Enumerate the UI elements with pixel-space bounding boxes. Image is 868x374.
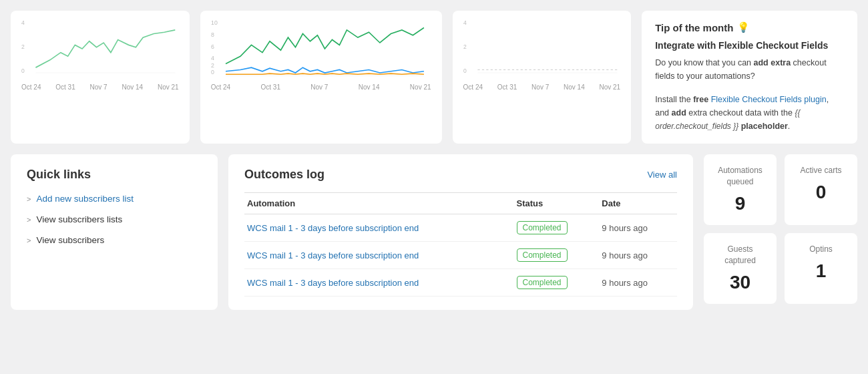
optins-value: 1 (795, 260, 847, 282)
quick-link-add-subscribers[interactable]: > Add new subscribers list (27, 194, 202, 204)
svg-text:4: 4 (463, 19, 467, 26)
stat-active-carts: Active carts 0 (785, 154, 857, 225)
guests-captured-label: Guests captured (714, 244, 766, 266)
status-cell-3: Completed (514, 269, 600, 297)
guests-captured-value: 30 (714, 272, 766, 293)
stat-automations-queued: Automations queued 9 (704, 154, 777, 225)
optins-label: Optins (795, 244, 847, 255)
tip-card: Tip of the month 💡 Integrate with Flexib… (642, 11, 857, 144)
status-cell-1: Completed (514, 214, 600, 242)
status-badge-2: Completed (517, 248, 568, 262)
svg-text:0: 0 (211, 69, 214, 75)
quick-link-view-subscribers-label: View subscribers (36, 235, 104, 245)
outcomes-table: Automation Status Date WCS mail 1 - 3 da… (244, 192, 677, 297)
tip-title-text: Tip of the month (655, 22, 733, 33)
date-cell-1: 9 hours ago (599, 214, 677, 242)
stat-optins: Optins 1 (785, 233, 857, 304)
active-carts-label: Active carts (795, 165, 847, 176)
automation-cell-2: WCS mail 1 - 3 days before subscription … (244, 242, 514, 269)
status-badge-3: Completed (517, 276, 568, 289)
chart-axis-3: Oct 24 Oct 31 Nov 7 Nov 14 Nov 21 (463, 83, 621, 91)
automation-cell-1: WCS mail 1 - 3 days before subscription … (244, 214, 514, 242)
svg-text:4: 4 (21, 19, 25, 26)
automation-link-3[interactable]: WCS mail 1 - 3 days before subscription … (247, 278, 419, 288)
svg-text:2: 2 (463, 43, 467, 50)
chart-card-3: 4 2 0 Oct 24 Oct 31 Nov 7 Nov 14 Nov 21 (453, 11, 632, 144)
quick-link-view-lists[interactable]: > View subscribers lists (27, 214, 202, 224)
bottom-row: Quick links > Add new subscribers list >… (0, 144, 868, 321)
stat-guests-captured: Guests captured 30 (704, 233, 777, 304)
quick-link-view-subscribers[interactable]: > View subscribers (27, 235, 202, 245)
automations-queued-value: 9 (714, 193, 766, 214)
stats-column: Automations queued 9 Active carts 0 Gues… (704, 154, 857, 310)
quick-link-add-subscribers-label: Add new subscribers list (36, 194, 134, 204)
charts-row: 4 2 0 Oct 24 Oct 31 Nov 7 Nov 14 Nov 21 … (0, 0, 868, 144)
automation-cell-3: WCS mail 1 - 3 days before subscription … (244, 269, 514, 297)
table-row: WCS mail 1 - 3 days before subscription … (244, 242, 677, 269)
status-cell-2: Completed (514, 242, 600, 269)
svg-text:2: 2 (21, 43, 25, 50)
svg-text:6: 6 (211, 43, 214, 50)
table-row: WCS mail 1 - 3 days before subscription … (244, 214, 677, 242)
outcomes-card: Outcomes log View all Automation Status … (228, 154, 693, 310)
automation-link-2[interactable]: WCS mail 1 - 3 days before subscription … (247, 250, 419, 260)
date-cell-2: 9 hours ago (599, 242, 677, 269)
col-automation: Automation (244, 193, 514, 214)
outcomes-table-body: WCS mail 1 - 3 days before subscription … (244, 214, 677, 297)
chart-axis-2: Oct 24 Oct 31 Nov 7 Nov 14 Nov 21 (211, 83, 431, 91)
col-date: Date (599, 193, 677, 214)
quick-links-title: Quick links (27, 168, 202, 182)
chart-card-2: 10 8 6 4 2 0 Oct 24 Oct 31 Nov 7 Nov 14 … (200, 11, 442, 144)
chart-svg-2: 10 8 6 4 2 0 (211, 19, 431, 79)
automation-link-1[interactable]: WCS mail 1 - 3 days before subscription … (247, 223, 419, 233)
col-status: Status (514, 193, 600, 214)
view-all-link[interactable]: View all (647, 170, 677, 180)
dashboard-page: 4 2 0 Oct 24 Oct 31 Nov 7 Nov 14 Nov 21 … (0, 0, 868, 374)
quick-links-card: Quick links > Add new subscribers list >… (11, 154, 218, 310)
tip-body-2: Install the free Flexible Checkout Field… (655, 93, 844, 133)
stats-row-top: Automations queued 9 Active carts 0 (704, 154, 857, 225)
chevron-right-icon-2: > (27, 216, 31, 224)
outcomes-title: Outcomes log (244, 168, 324, 182)
tip-plugin-link[interactable]: Flexible Checkout Fields plugin (711, 95, 827, 104)
chevron-right-icon: > (27, 195, 31, 203)
svg-text:10: 10 (211, 19, 218, 26)
date-cell-3: 9 hours ago (599, 269, 677, 297)
status-badge-1: Completed (517, 221, 568, 234)
outcomes-header: Outcomes log View all (244, 168, 677, 182)
tip-icon: 💡 (737, 21, 750, 33)
chart-card-1: 4 2 0 Oct 24 Oct 31 Nov 7 Nov 14 Nov 21 (11, 11, 190, 144)
chart-axis-1: Oct 24 Oct 31 Nov 7 Nov 14 Nov 21 (21, 83, 179, 91)
tip-body-1: Do you know that you can add extra check… (655, 56, 844, 83)
svg-text:8: 8 (211, 31, 214, 38)
active-carts-value: 0 (795, 182, 847, 203)
svg-text:0: 0 (463, 67, 467, 74)
svg-text:2: 2 (211, 62, 214, 69)
quick-link-view-lists-label: View subscribers lists (36, 214, 122, 224)
chart-svg-1: 4 2 0 (21, 19, 179, 79)
stats-row-bottom: Guests captured 30 Optins 1 (704, 233, 857, 304)
table-row: WCS mail 1 - 3 days before subscription … (244, 269, 677, 297)
automations-queued-label: Automations queued (714, 165, 766, 188)
chart-svg-3: 4 2 0 (463, 19, 621, 79)
tip-title: Tip of the month 💡 (655, 21, 844, 33)
svg-text:4: 4 (211, 55, 214, 61)
chevron-right-icon-3: > (27, 236, 31, 244)
svg-text:0: 0 (21, 67, 25, 74)
outcomes-table-header-row: Automation Status Date (244, 193, 677, 214)
outcomes-table-head: Automation Status Date (244, 193, 677, 214)
tip-subtitle: Integrate with Flexible Checkout Fields (655, 40, 844, 51)
